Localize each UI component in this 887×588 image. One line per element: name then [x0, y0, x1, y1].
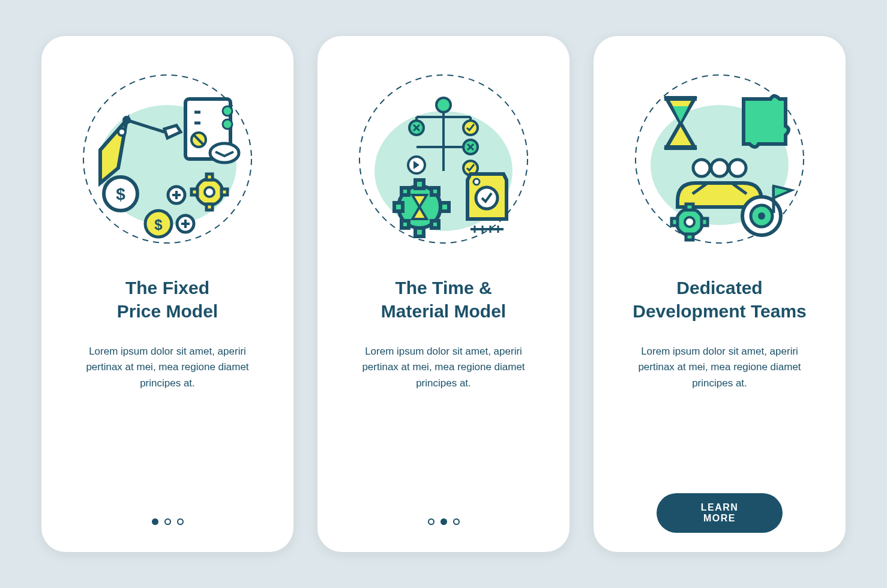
- onboarding-screen-2: The Time &Material Model Lorem ipsum dol…: [317, 36, 570, 552]
- pagination-dots: [317, 518, 570, 525]
- screen-description: Lorem ipsum dolor sit amet, aperiri pert…: [71, 344, 263, 391]
- svg-rect-60: [664, 96, 697, 101]
- svg-rect-19: [191, 189, 197, 195]
- screen-title: DedicatedDevelopment Teams: [633, 276, 807, 323]
- fixed-price-illustration: $ $: [71, 63, 263, 255]
- svg-point-62: [693, 160, 710, 176]
- svg-rect-70: [686, 234, 693, 240]
- onboarding-screen-3: DedicatedDevelopment Teams Lorem ipsum d…: [594, 36, 846, 552]
- svg-rect-44: [415, 228, 424, 236]
- svg-rect-50: [431, 221, 439, 228]
- svg-rect-43: [415, 180, 424, 188]
- svg-point-9: [210, 143, 239, 163]
- svg-point-12: [118, 128, 125, 136]
- screen-description: Lorem ipsum dolor sit amet, aperiri pert…: [347, 344, 540, 391]
- svg-rect-69: [686, 204, 693, 210]
- svg-rect-61: [664, 145, 697, 150]
- svg-rect-49: [401, 221, 409, 228]
- onboarding-screen-1: $ $ The FixedPr: [41, 36, 293, 552]
- svg-point-36: [436, 98, 451, 112]
- dot-1[interactable]: [152, 518, 158, 525]
- svg-point-51: [474, 179, 480, 185]
- svg-point-68: [685, 217, 694, 227]
- dot-1[interactable]: [428, 518, 434, 525]
- svg-rect-45: [394, 203, 403, 211]
- svg-rect-46: [440, 203, 449, 211]
- svg-point-16: [205, 187, 214, 197]
- learn-more-button[interactable]: LEARN MORE: [657, 493, 783, 533]
- onboarding-screens-container: $ $ The FixedPr: [41, 36, 846, 552]
- svg-point-64: [729, 160, 746, 176]
- svg-point-5: [223, 106, 232, 116]
- dot-3[interactable]: [177, 518, 184, 525]
- svg-rect-18: [206, 204, 212, 210]
- screen-title: The Time &Material Model: [381, 276, 506, 323]
- dedicated-teams-illustration: [624, 63, 816, 255]
- screen-description: Lorem ipsum dolor sit amet, aperiri pert…: [624, 344, 816, 391]
- svg-text:$: $: [116, 185, 125, 203]
- dot-3[interactable]: [453, 518, 460, 525]
- svg-rect-20: [221, 189, 227, 195]
- svg-point-6: [223, 119, 232, 129]
- dot-2[interactable]: [440, 518, 447, 525]
- screen-title: The FixedPrice Model: [117, 276, 218, 323]
- dot-2[interactable]: [164, 518, 171, 525]
- svg-rect-71: [672, 218, 678, 226]
- svg-rect-47: [401, 188, 409, 195]
- pagination-dots: [41, 518, 293, 525]
- svg-point-75: [758, 212, 765, 220]
- svg-text:$: $: [154, 217, 163, 233]
- time-material-illustration: [347, 63, 540, 255]
- svg-point-63: [711, 160, 728, 176]
- svg-rect-17: [206, 174, 212, 180]
- svg-rect-72: [702, 218, 708, 226]
- svg-rect-48: [431, 188, 439, 195]
